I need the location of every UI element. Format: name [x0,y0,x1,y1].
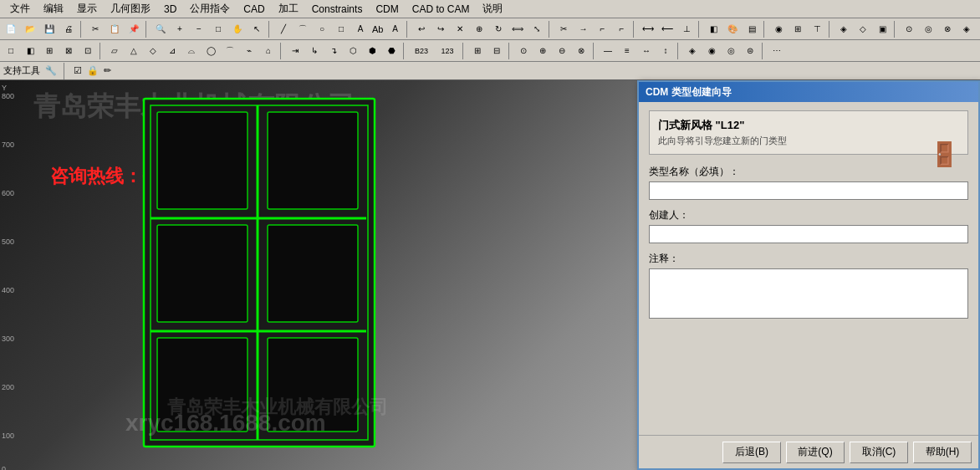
tb2-shape6[interactable]: ◯ [202,42,220,60]
type-name-input[interactable] [649,181,968,200]
tb2-prop3[interactable]: ↔ [637,42,656,60]
tb-move[interactable]: ⊕ [470,20,488,38]
tb-trim[interactable]: ✂ [554,20,573,38]
tb-zoom-all[interactable]: 🔍 [151,20,170,38]
tb2-snap4[interactable]: ⊗ [572,42,590,60]
tb-delete[interactable]: ✕ [451,20,469,38]
tb2-snap1[interactable]: ⊙ [514,42,533,60]
support-tools-label[interactable]: 支持工具 [3,64,40,77]
tb-chamfer[interactable]: ⌐ [612,20,630,38]
menu-geometry[interactable]: 几何图形 [104,0,157,18]
tb2-new[interactable]: □ [2,42,20,60]
tb-save[interactable]: 💾 [40,20,59,38]
tb-misc1[interactable]: ⊙ [900,20,918,38]
tb-misc4[interactable]: ◈ [957,20,976,38]
creator-input[interactable] [649,225,968,243]
tb2-view1[interactable]: ◈ [683,42,702,60]
menu-cad[interactable]: CAD [237,2,271,17]
tb-dim2[interactable]: ⟵ [658,20,676,38]
notes-textarea[interactable] [649,268,968,319]
tb2-prop1[interactable]: — [599,42,617,60]
tb-zoom-out[interactable]: − [190,20,208,38]
tb-select[interactable]: ↖ [248,20,266,38]
menu-display[interactable]: 显示 [70,0,104,18]
tb2-view3[interactable]: ◎ [722,42,740,60]
tb-snap[interactable]: ◉ [769,20,788,38]
menu-cdm[interactable]: CDM [369,2,405,17]
tb-misc2[interactable]: ◎ [919,20,937,38]
tb-zoom-in[interactable]: + [171,20,189,38]
tb-dim[interactable]: ⟷ [639,20,657,38]
tb-arc[interactable]: ⌒ [293,20,312,38]
tb-fillet[interactable]: ⌐ [593,20,611,38]
tb-save2[interactable]: 🖨 [59,20,78,38]
tb-pan[interactable]: ✋ [228,20,247,38]
tb2-edit2[interactable]: ↳ [305,42,324,60]
menu-common[interactable]: 公用指令 [183,0,237,18]
tb2-shape1[interactable]: ▱ [105,42,124,60]
menu-machining[interactable]: 加工 [272,0,305,18]
tb-rect[interactable]: □ [332,20,350,38]
tb-font[interactable]: A [385,20,404,38]
cancel-button[interactable]: 取消(C) [850,442,908,463]
tb2-num1[interactable]: B23 [409,42,434,60]
tb2-shape9[interactable]: ⌂ [259,42,278,60]
tb-line[interactable]: ╱ [274,20,293,38]
tb2-snap2[interactable]: ⊕ [533,42,552,60]
tb2-opt2[interactable]: ⊠ [59,42,78,60]
menu-constraints[interactable]: Constraints [305,2,370,17]
menu-cad-to-cam[interactable]: CAD to CAM [406,2,477,17]
tb-undo[interactable]: ↩ [412,20,431,38]
forward-button[interactable]: 前进(Q) [786,442,845,463]
tb2-grid1[interactable]: ⊞ [468,42,487,60]
support-icon1[interactable]: ☑ [74,65,82,76]
tb2-shape5[interactable]: ⌓ [182,42,201,60]
tb2-edit3[interactable]: ↴ [324,42,343,60]
tb2-opt3[interactable]: ⊡ [79,42,97,60]
tb-extend[interactable]: → [574,20,592,38]
tb-rotate[interactable]: ↻ [489,20,508,38]
tb2-extra1[interactable]: ⋯ [768,42,786,60]
tb2-prop4[interactable]: ↕ [656,42,675,60]
tb2-shape8[interactable]: ⌁ [240,42,258,60]
tb2-prop2[interactable]: ≡ [618,42,636,60]
tb-hatch[interactable]: ▤ [743,20,761,38]
tb-ortho[interactable]: ⊤ [808,20,826,38]
tb-open[interactable]: 📂 [21,20,39,38]
tb2-view2[interactable]: ◉ [702,42,721,60]
tb-cut[interactable]: ✂ [86,20,105,38]
menu-file[interactable]: 文件 [3,0,37,18]
tb-paste[interactable]: 📌 [125,20,143,38]
tb2-num2[interactable]: 123 [435,42,460,60]
tb-text[interactable]: A [351,20,370,38]
tb-circle[interactable]: ○ [313,20,331,38]
support-icon2[interactable]: 🔒 [87,65,99,76]
tb-grid[interactable]: ⊞ [789,20,807,38]
tb-layer[interactable]: ◧ [704,20,722,38]
tb-render[interactable]: ▣ [873,20,891,38]
tb2-grid2[interactable]: ⊟ [487,42,506,60]
tb2-edit1[interactable]: ⇥ [286,42,304,60]
menu-3d[interactable]: 3D [157,2,183,17]
tb-copy[interactable]: 📋 [105,20,124,38]
tb-isometric[interactable]: ◇ [854,20,872,38]
tb2-edit5[interactable]: ⬢ [363,42,381,60]
tb-color[interactable]: 🎨 [723,20,742,38]
support-icon3[interactable]: ✏ [104,65,111,76]
tb2-view4[interactable]: ⊜ [741,42,759,60]
tb-mirror[interactable]: ⟺ [508,20,527,38]
tb2-snap3[interactable]: ⊖ [553,42,571,60]
tb2-shape4[interactable]: ⊿ [163,42,181,60]
tb-3d-view[interactable]: ◈ [835,20,853,38]
tb-scale[interactable]: ⤡ [528,20,546,38]
tb-dim3[interactable]: ⊥ [677,20,696,38]
tb2-shape3[interactable]: ◇ [144,42,162,60]
tb-misc3[interactable]: ⊗ [938,20,957,38]
tb-zoom-box[interactable]: □ [209,20,227,38]
help-button[interactable]: 帮助(H) [913,442,972,463]
tb2-shape7[interactable]: ⌒ [221,42,239,60]
tb2-opt1[interactable]: ⊞ [40,42,59,60]
tb2-open[interactable]: ◧ [21,42,39,60]
back-button[interactable]: 后退(B) [722,442,781,463]
tb2-shape2[interactable]: △ [125,42,143,60]
